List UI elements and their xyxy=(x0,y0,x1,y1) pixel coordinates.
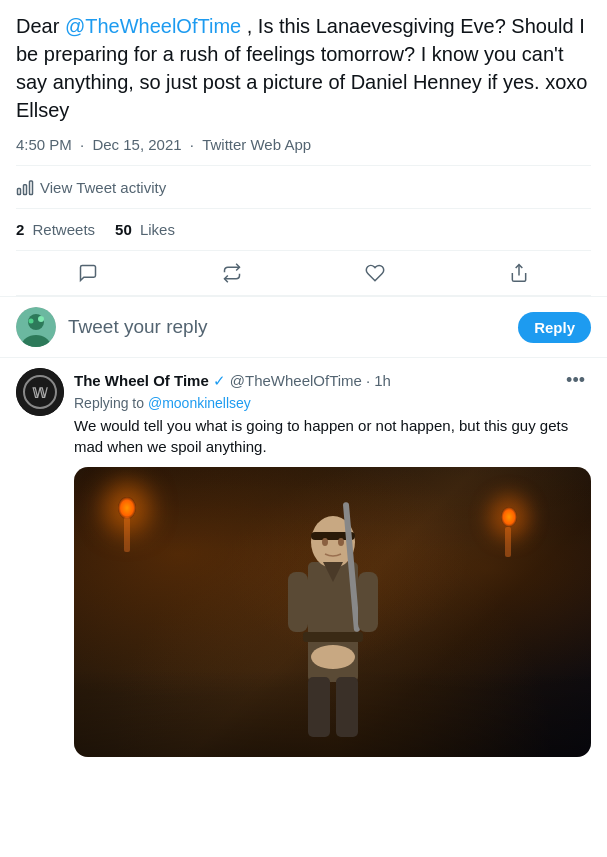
reply-button[interactable]: Reply xyxy=(518,312,591,343)
svg-point-23 xyxy=(322,538,328,546)
retweets-stat[interactable]: 2 Retweets xyxy=(16,221,95,238)
svg-rect-21 xyxy=(308,677,330,737)
reply-tweet-content: The Wheel Of Time ✓ @TheWheelOfTime · 1h… xyxy=(74,368,591,757)
replying-label: Replying to xyxy=(74,395,144,411)
tweet-meta: 4:50 PM · Dec 15, 2021 · Twitter Web App xyxy=(16,136,591,166)
likes-stat[interactable]: 50 Likes xyxy=(115,221,175,238)
svg-rect-17 xyxy=(358,572,378,632)
tweet-text: Dear @TheWheelOfTime , Is this Lanaevesg… xyxy=(16,12,591,124)
reply-tweet-handle: @TheWheelOfTime xyxy=(230,372,362,389)
svg-rect-2 xyxy=(30,181,33,195)
tweet-actions xyxy=(16,251,591,296)
reply-tweet-header: The Wheel Of Time ✓ @TheWheelOfTime · 1h… xyxy=(74,368,591,393)
share-action-button[interactable] xyxy=(489,255,549,291)
like-action-button[interactable] xyxy=(345,255,405,291)
tweet-date: Dec 15, 2021 xyxy=(92,136,181,153)
svg-point-8 xyxy=(38,316,44,322)
reply-action-icon xyxy=(78,263,98,283)
reply-action-button[interactable] xyxy=(58,255,118,291)
meta-separator-1: · xyxy=(80,136,88,153)
retweets-label: Retweets xyxy=(33,221,96,238)
replying-to: Replying to @moonkinellsey xyxy=(74,395,591,411)
svg-text:𝕎: 𝕎 xyxy=(32,385,48,401)
verified-icon: ✓ xyxy=(213,372,226,390)
reply-tweet-time: 1h xyxy=(374,372,391,389)
reply-avatar xyxy=(16,307,56,347)
svg-rect-22 xyxy=(336,677,358,737)
svg-rect-19 xyxy=(303,632,363,642)
reply-tweet-time-sep: · xyxy=(366,372,370,389)
likes-count: 50 xyxy=(115,221,132,238)
tweet-stats: 2 Retweets 50 Likes xyxy=(16,209,591,251)
likes-label: Likes xyxy=(140,221,175,238)
reply-tweet-user: The Wheel Of Time ✓ @TheWheelOfTime · 1h xyxy=(74,372,391,390)
svg-point-18 xyxy=(311,645,355,669)
tweet-image xyxy=(74,467,591,757)
reply-placeholder: Tweet your reply xyxy=(68,316,207,337)
tweet-mention[interactable]: @TheWheelOfTime xyxy=(65,15,241,37)
character-figure xyxy=(253,482,413,742)
tweet-activity[interactable]: View Tweet activity xyxy=(16,166,591,209)
like-action-icon xyxy=(365,263,385,283)
svg-rect-1 xyxy=(24,185,27,195)
reply-tweet-avatar[interactable]: 𝕎 xyxy=(16,368,64,416)
retweet-action-icon xyxy=(222,263,242,283)
activity-label: View Tweet activity xyxy=(40,179,166,196)
tweet-time: 4:50 PM xyxy=(16,136,72,153)
movie-scene-image xyxy=(74,467,591,757)
retweets-count: 2 xyxy=(16,221,24,238)
svg-rect-16 xyxy=(288,572,308,632)
svg-rect-0 xyxy=(18,189,21,195)
main-tweet-container: Dear @TheWheelOfTime , Is this Lanaevesg… xyxy=(0,0,607,297)
meta-separator-2: · xyxy=(190,136,198,153)
replying-to-handle[interactable]: @moonkinellsey xyxy=(148,395,251,411)
retweet-action-button[interactable] xyxy=(202,255,262,291)
reply-input[interactable]: Tweet your reply xyxy=(68,316,506,338)
reply-tweet-name[interactable]: The Wheel Of Time xyxy=(74,372,209,389)
tweet-text-dear: Dear xyxy=(16,15,65,37)
reply-tweet-text: We would tell you what is going to happe… xyxy=(74,415,591,457)
svg-point-7 xyxy=(29,319,34,324)
share-action-icon xyxy=(509,263,529,283)
svg-point-24 xyxy=(338,538,344,546)
reply-tweet: 𝕎 The Wheel Of Time ✓ @TheWheelOfTime · … xyxy=(0,358,607,767)
tweet-source: Twitter Web App xyxy=(202,136,311,153)
more-options-button[interactable]: ••• xyxy=(560,368,591,393)
activity-bar-icon xyxy=(16,178,34,196)
reply-box: Tweet your reply Reply xyxy=(0,297,607,358)
